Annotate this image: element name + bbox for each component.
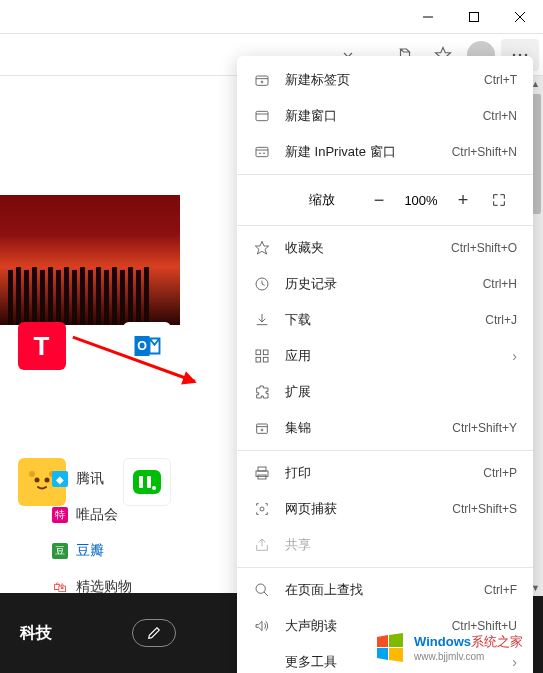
- apps-icon: [253, 347, 271, 365]
- svg-rect-15: [147, 476, 151, 488]
- blank-icon: [253, 653, 271, 671]
- menu-favorites[interactable]: 收藏夹 Ctrl+Shift+O: [237, 230, 533, 266]
- edit-button[interactable]: [132, 619, 176, 647]
- svg-point-37: [260, 507, 264, 511]
- star-icon: [253, 239, 271, 257]
- svg-point-38: [256, 584, 265, 593]
- svg-rect-14: [139, 476, 143, 488]
- zoom-out-button[interactable]: −: [361, 185, 397, 215]
- svg-rect-36: [258, 475, 266, 479]
- svg-rect-29: [263, 357, 268, 362]
- svg-point-16: [152, 486, 156, 490]
- menu-extensions[interactable]: 扩展: [237, 374, 533, 410]
- menu-print[interactable]: 打印 Ctrl+P: [237, 455, 533, 491]
- svg-point-10: [44, 478, 49, 483]
- hero-image: [0, 195, 180, 325]
- watermark: Windows系统之家 www.bjjmlv.com: [374, 631, 523, 663]
- minimize-button[interactable]: [405, 0, 451, 34]
- chevron-right-icon: ›: [512, 348, 517, 364]
- tmall-icon: T: [18, 322, 66, 370]
- inprivate-icon: [253, 143, 271, 161]
- menu-collections[interactable]: 集锦 Ctrl+Shift+Y: [237, 410, 533, 446]
- svg-rect-26: [256, 350, 261, 355]
- svg-rect-1: [470, 12, 479, 21]
- menu-zoom-row: 缩放 − 100% +: [237, 179, 533, 221]
- tile-outlook[interactable]: O Outlook邮箱: [119, 322, 174, 410]
- menu-find[interactable]: 在页面上查找 Ctrl+F: [237, 572, 533, 608]
- zoom-in-button[interactable]: +: [445, 185, 481, 215]
- print-icon: [253, 464, 271, 482]
- watermark-brand: Windows系统之家: [414, 633, 523, 651]
- extensions-icon: [253, 383, 271, 401]
- tile-label: Outlook邮箱: [119, 376, 174, 410]
- svg-rect-28: [256, 357, 261, 362]
- menu-separator: [237, 567, 533, 568]
- menu-new-inprivate[interactable]: 新建 InPrivate 窗口 Ctrl+Shift+N: [237, 134, 533, 170]
- category-tech[interactable]: 科技: [20, 623, 52, 644]
- link-vip[interactable]: 特唯品会: [52, 506, 132, 524]
- menu-new-window[interactable]: 新建窗口 Ctrl+N: [237, 98, 533, 134]
- svg-point-9: [34, 478, 39, 483]
- menu-share: 共享: [237, 527, 533, 563]
- svg-rect-34: [258, 467, 266, 471]
- svg-rect-21: [256, 111, 268, 120]
- new-window-icon: [253, 107, 271, 125]
- link-tencent[interactable]: ◆腾讯: [52, 470, 132, 488]
- vip-icon: 特: [52, 507, 68, 523]
- tile-label: 天猫: [14, 376, 69, 393]
- svg-point-11: [29, 471, 35, 477]
- maximize-button[interactable]: [451, 0, 497, 34]
- menu-separator: [237, 174, 533, 175]
- download-icon: [253, 311, 271, 329]
- watermark-url: www.bjjmlv.com: [414, 651, 523, 662]
- read-aloud-icon: [253, 617, 271, 635]
- douban-icon: 豆: [52, 543, 68, 559]
- svg-rect-27: [263, 350, 268, 355]
- close-button[interactable]: [497, 0, 543, 34]
- svg-rect-23: [256, 147, 268, 156]
- tile-tmall[interactable]: T 天猫: [14, 322, 69, 410]
- menu-downloads[interactable]: 下载 Ctrl+J: [237, 302, 533, 338]
- search-icon: [253, 581, 271, 599]
- menu-capture[interactable]: 网页捕获 Ctrl+Shift+S: [237, 491, 533, 527]
- fullscreen-button[interactable]: [481, 185, 517, 215]
- menu-history[interactable]: 历史记录 Ctrl+H: [237, 266, 533, 302]
- zoom-value: 100%: [397, 193, 445, 208]
- menu-separator: [237, 450, 533, 451]
- menu-new-tab[interactable]: 新建标签页 Ctrl+T: [237, 62, 533, 98]
- link-douban[interactable]: 豆豆瓣: [52, 542, 132, 560]
- text-links: ◆腾讯 特唯品会 豆豆瓣 🛍精选购物: [52, 470, 132, 596]
- history-icon: [253, 275, 271, 293]
- settings-menu: 新建标签页 Ctrl+T 新建窗口 Ctrl+N 新建 InPrivate 窗口…: [237, 56, 533, 673]
- new-tab-icon: [253, 71, 271, 89]
- svg-line-39: [264, 592, 268, 596]
- capture-icon: [253, 500, 271, 518]
- windows-logo-icon: [374, 631, 406, 663]
- window-titlebar: [0, 0, 543, 34]
- svg-text:O: O: [137, 339, 147, 353]
- menu-separator: [237, 225, 533, 226]
- tencent-icon: ◆: [52, 471, 68, 487]
- collections-icon: [253, 419, 271, 437]
- share-icon: [253, 536, 271, 554]
- menu-apps[interactable]: 应用 ›: [237, 338, 533, 374]
